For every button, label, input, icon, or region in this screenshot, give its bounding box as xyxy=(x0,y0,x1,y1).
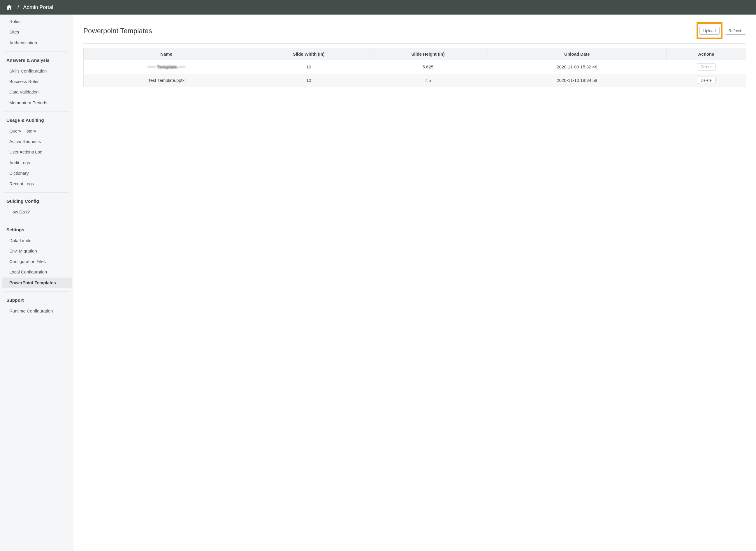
page-header: Powerpoint Templates Upload Refresh xyxy=(83,22,746,44)
th-height: Slide Height (In) xyxy=(368,48,488,60)
sidebar-item[interactable]: How Do I? xyxy=(0,207,73,217)
sidebar-item[interactable]: Active Requests xyxy=(0,136,73,147)
cell-name: Test Template.pptx xyxy=(84,74,249,87)
upload-highlight-box: Upload xyxy=(697,22,723,39)
sidebar-section-title: Settings xyxy=(0,225,73,234)
th-upload-date: Upload Date xyxy=(488,48,667,60)
main-content: Powerpoint Templates Upload Refresh Name… xyxy=(73,15,756,551)
cell-height: 5.625 xyxy=(368,60,488,74)
breadcrumb-separator: / xyxy=(17,4,19,11)
sidebar-item[interactable]: Momentum Periods xyxy=(0,98,73,108)
cell-width: 10 xyxy=(249,60,368,74)
cell-actions: Delete xyxy=(667,60,746,74)
top-bar: / Admin Portal xyxy=(0,0,756,15)
templates-table: Name Slide Width (In) Slide Height (In) … xyxy=(83,48,746,87)
cell-name: ······ Template.····· xyxy=(84,60,249,74)
cell-actions: Delete xyxy=(667,74,746,87)
cell-upload-date: 2020-11-03 15:32:48 xyxy=(488,60,667,74)
delete-button[interactable]: Delete xyxy=(697,77,716,84)
th-width: Slide Width (In) xyxy=(249,48,368,60)
sidebar-section-title: Guiding Config xyxy=(0,197,73,205)
sidebar-item[interactable]: Business Roles xyxy=(0,76,73,87)
divider xyxy=(4,292,69,292)
sidebar-item[interactable]: Configuration Files xyxy=(0,256,73,267)
sidebar-section-title: Answers & Analysis xyxy=(0,56,73,65)
divider xyxy=(4,192,69,193)
header-actions: Upload Refresh xyxy=(697,22,746,39)
home-icon[interactable] xyxy=(6,4,13,11)
sidebar: RolesSitesAuthenticationAnswers & Analys… xyxy=(0,15,73,551)
sidebar-item[interactable]: Dictionary xyxy=(0,168,73,178)
table-header-row: Name Slide Width (In) Slide Height (In) … xyxy=(84,48,746,60)
cell-upload-date: 2020-11-10 18:34:59 xyxy=(488,74,667,87)
table-row: Test Template.pptx107.52020-11-10 18:34:… xyxy=(84,74,746,87)
sidebar-item[interactable]: Roles xyxy=(0,16,73,27)
sidebar-item[interactable]: Runtime Configuration xyxy=(0,306,73,316)
divider xyxy=(4,111,69,112)
sidebar-item[interactable]: Audit Logs xyxy=(0,157,73,168)
sidebar-item[interactable]: PowerPoint Templates xyxy=(2,278,72,288)
cell-width: 10 xyxy=(249,74,368,87)
cell-height: 7.5 xyxy=(368,74,488,87)
breadcrumb-title[interactable]: Admin Portal xyxy=(23,4,53,10)
th-name: Name xyxy=(84,48,249,60)
sidebar-item[interactable]: Sites xyxy=(0,27,73,37)
table-row: ······ Template.·····105.6252020-11-03 1… xyxy=(84,60,746,74)
delete-button[interactable]: Delete xyxy=(697,63,716,70)
page-title: Powerpoint Templates xyxy=(83,27,152,35)
sidebar-item[interactable]: Data Limits xyxy=(0,235,73,246)
sidebar-section-title: Support xyxy=(0,296,73,305)
sidebar-item[interactable]: Data Validation xyxy=(0,87,73,97)
upload-button[interactable]: Upload xyxy=(700,27,720,35)
sidebar-item[interactable]: Recent Logs xyxy=(0,178,73,189)
th-actions: Actions xyxy=(667,48,746,60)
sidebar-item[interactable]: Env. Migration xyxy=(0,246,73,256)
sidebar-section-title: Usage & Auditing xyxy=(0,116,73,125)
sidebar-item[interactable]: User Actions Log xyxy=(0,147,73,157)
sidebar-item[interactable]: Local Configuration xyxy=(0,267,73,277)
sidebar-item[interactable]: Skills Configuration xyxy=(0,66,73,76)
sidebar-item[interactable]: Authentication xyxy=(0,38,73,48)
refresh-button[interactable]: Refresh xyxy=(725,27,746,35)
divider xyxy=(4,221,69,221)
sidebar-item[interactable]: Query History xyxy=(0,126,73,136)
